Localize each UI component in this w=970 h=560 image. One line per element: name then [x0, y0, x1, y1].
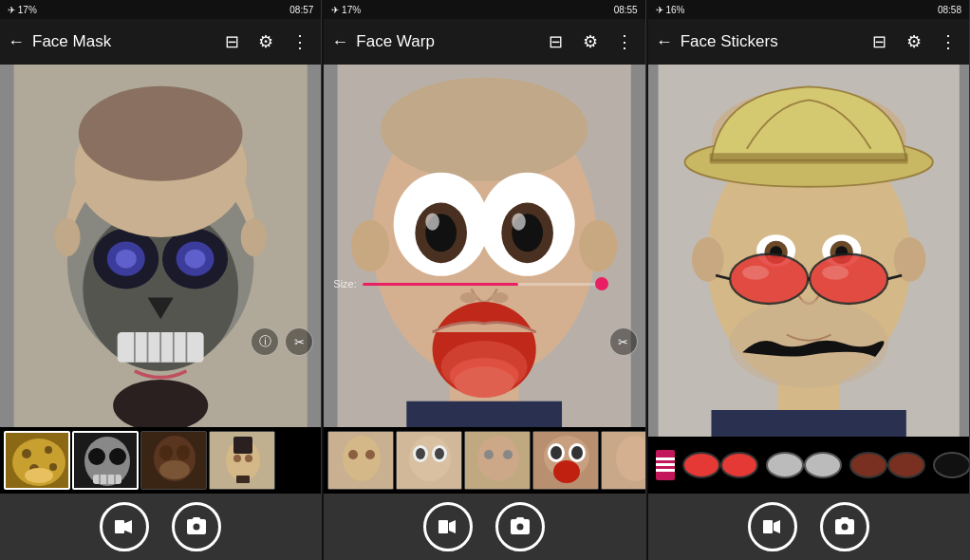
svg-point-68: [455, 366, 515, 398]
thumb-warp-2[interactable]: [396, 431, 462, 490]
svg-point-74: [365, 450, 375, 459]
svg-point-38: [159, 460, 190, 479]
screen-icon-3[interactable]: ⊟: [867, 31, 893, 52]
gear-icon-1[interactable]: ⚙: [252, 31, 279, 52]
status-time-1: 08:57: [289, 5, 313, 15]
svg-point-63: [460, 292, 477, 303]
svg-point-40: [177, 445, 190, 460]
svg-rect-121: [656, 463, 675, 466]
svg-point-126: [767, 453, 803, 477]
back-button-1[interactable]: ←: [8, 32, 25, 52]
svg-point-16: [185, 250, 206, 269]
info-icon-1[interactable]: ⓘ: [251, 327, 279, 356]
panel-face-mask: ✈ 17% 08:57 ← Face Mask ⊟ ⚙ ⋮: [0, 0, 322, 560]
top-bar-3: ← Face Stickers ⊟ ⚙ ⋮: [648, 19, 969, 65]
svg-point-127: [805, 453, 841, 477]
svg-point-72: [343, 436, 381, 481]
svg-point-61: [426, 213, 440, 230]
sticker-sunglasses-black[interactable]: [933, 444, 970, 486]
video-button-2[interactable]: [423, 502, 473, 551]
status-bar-2: ✈ 17% 08:55: [324, 0, 644, 19]
sticker-sunglasses-gray[interactable]: [766, 444, 842, 486]
svg-rect-135: [763, 520, 773, 533]
status-signal-2: ✈ 17%: [331, 5, 361, 15]
thumb-warp-3[interactable]: [464, 431, 531, 490]
bookmark-icon-2[interactable]: ✂: [609, 327, 638, 356]
svg-point-69: [351, 220, 389, 272]
thumb-leopard[interactable]: [4, 431, 70, 490]
svg-point-91: [553, 460, 580, 483]
thumb-warp-4[interactable]: [532, 431, 599, 490]
svg-point-46: [245, 455, 252, 462]
video-button-1[interactable]: [100, 502, 149, 551]
svg-point-132: [934, 453, 970, 477]
title-face-mask: Face Mask: [32, 32, 211, 51]
camera-area-3: [648, 65, 969, 437]
thumb-warp-5[interactable]: [601, 431, 644, 490]
svg-point-24: [45, 446, 52, 454]
svg-point-90: [571, 446, 583, 459]
svg-point-15: [116, 250, 137, 269]
action-buttons-3: [648, 494, 969, 560]
gear-icon-3[interactable]: ⚙: [901, 31, 927, 52]
status-time-3: 08:58: [938, 5, 961, 15]
camera-button-3[interactable]: [820, 502, 869, 551]
svg-rect-100: [711, 410, 905, 437]
svg-point-130: [888, 453, 924, 477]
svg-point-20: [241, 218, 267, 256]
svg-point-89: [550, 446, 562, 459]
svg-rect-43: [233, 437, 252, 454]
back-button-3[interactable]: ←: [656, 32, 673, 52]
overlay-icons-1: ⓘ ✂: [251, 327, 313, 356]
svg-point-62: [513, 213, 527, 230]
menu-icon-3[interactable]: ⋮: [935, 31, 961, 52]
camera-button-1[interactable]: [172, 502, 221, 551]
action-buttons-2: [324, 494, 644, 560]
face-warp-svg: [324, 65, 644, 427]
svg-point-31: [109, 448, 126, 465]
svg-point-19: [54, 218, 80, 256]
video-button-3[interactable]: [748, 502, 797, 551]
status-time-2: 08:55: [614, 5, 638, 15]
status-bar-1: ✈ 17% 08:57: [0, 0, 321, 19]
svg-marker-49: [125, 520, 132, 533]
sticker-bar-3: [648, 437, 969, 494]
back-button-2[interactable]: ←: [331, 32, 348, 52]
svg-rect-44: [236, 476, 250, 483]
slider-thumb[interactable]: [595, 277, 608, 290]
bookmark-icon-1[interactable]: ✂: [285, 327, 313, 356]
svg-point-45: [233, 455, 241, 462]
action-buttons-1: [0, 494, 321, 560]
screen-icon-1[interactable]: ⊟: [218, 31, 245, 52]
svg-point-73: [348, 450, 358, 459]
title-face-stickers: Face Stickers: [681, 32, 859, 51]
menu-icon-1[interactable]: ⋮: [287, 31, 313, 52]
svg-point-114: [730, 254, 808, 304]
svg-point-82: [477, 436, 519, 481]
thumb-lincoln[interactable]: [209, 431, 275, 490]
svg-point-123: [683, 453, 719, 477]
svg-point-80: [435, 448, 444, 459]
screen-icon-2[interactable]: ⊟: [543, 31, 569, 52]
sticker-sunglasses-brown[interactable]: [849, 444, 925, 486]
size-label: Size:: [333, 278, 356, 289]
sticker-menu-button[interactable]: [656, 450, 675, 480]
svg-rect-120: [656, 457, 675, 460]
overlay-icons-2: ✂: [609, 327, 638, 356]
svg-point-83: [484, 450, 494, 459]
size-slider[interactable]: Size:: [333, 278, 602, 289]
thumb-ape[interactable]: [140, 431, 207, 490]
svg-point-70: [580, 220, 618, 272]
menu-icon-2[interactable]: ⋮: [611, 31, 638, 52]
camera-button-2[interactable]: [495, 502, 545, 551]
svg-point-119: [822, 266, 849, 280]
title-face-warp: Face Warp: [356, 32, 534, 51]
slider-track[interactable]: [363, 283, 603, 286]
thumb-warp-1[interactable]: [327, 431, 394, 490]
gear-icon-2[interactable]: ⚙: [577, 31, 604, 52]
thumb-skull[interactable]: [72, 431, 139, 490]
sticker-sunglasses-red[interactable]: [682, 444, 758, 486]
face-mask-svg: [0, 65, 321, 427]
svg-point-26: [49, 463, 57, 471]
svg-rect-113: [709, 153, 907, 163]
